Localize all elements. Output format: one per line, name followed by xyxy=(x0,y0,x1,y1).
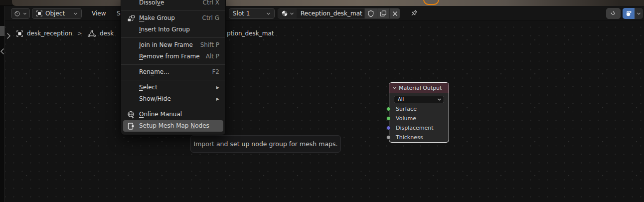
menu-separator xyxy=(121,10,225,11)
chevron-down-icon xyxy=(73,11,78,16)
collapse-chevron-icon[interactable] xyxy=(392,86,397,90)
breadcrumb-material-name: ption_desk_mat xyxy=(227,30,274,37)
tooltip: Import and set up node group for mesh ma… xyxy=(190,135,341,153)
menu-icon-slot xyxy=(127,41,139,49)
menu-item-shortcut: Alt P xyxy=(206,51,219,62)
menu-item-shortcut: Shift P xyxy=(200,39,219,51)
menu-item-show-hide[interactable]: Show/Hide ▶ xyxy=(121,93,225,105)
menu-item-label: Insert Into Group xyxy=(139,24,219,35)
material-slot-label: Slot 1 xyxy=(233,10,250,17)
node-context-menu: Dissolve Ctrl X Make Group Ctrl G Insert… xyxy=(121,0,226,135)
fake-user-toggle[interactable] xyxy=(364,8,377,18)
breadcrumb-object-name: desk_reception xyxy=(27,30,72,37)
duplicate-icon xyxy=(380,10,387,17)
material-slot-dropdown[interactable]: Slot 1 xyxy=(229,8,275,19)
socket-label: Surface xyxy=(396,106,417,112)
menu-item-remove-from-frame[interactable]: Remove from Frame Alt P xyxy=(121,51,225,62)
menu-icon-slot xyxy=(127,84,139,92)
material-icon xyxy=(281,9,289,17)
sidebar-expand-icon[interactable] xyxy=(6,32,11,40)
menu-item-label: Dissolve xyxy=(139,0,203,8)
menu-item-label: Make Group xyxy=(139,12,202,24)
socket-vector-icon[interactable] xyxy=(386,126,391,130)
magnet-icon xyxy=(610,9,617,18)
material-browse-dropdown[interactable] xyxy=(278,8,297,18)
socket-shader-icon[interactable] xyxy=(386,107,391,111)
material-output-node[interactable]: Material Output All Surface Volume Displ… xyxy=(389,82,449,143)
shader-editor-screen: Object View Se Slot 1 xyxy=(0,0,644,202)
editor-type-dropdown[interactable] xyxy=(11,8,30,19)
output-target-dropdown[interactable]: All xyxy=(394,96,444,103)
menu-item-label: Join in New Frame xyxy=(139,39,200,51)
menu-item-setup-mesh-map-nodes[interactable]: Setup Mesh Map Nodes xyxy=(123,120,223,132)
node-header[interactable]: Material Output xyxy=(389,83,449,93)
chevron-down-icon xyxy=(637,11,641,16)
material-datablock: Reception_desk_mat xyxy=(278,8,400,19)
socket-label: Volume xyxy=(396,115,416,122)
menu-item-label: Online Manual xyxy=(139,109,219,120)
node-input-surface: Surface xyxy=(389,104,449,114)
menu-item-insert-into-group[interactable]: Insert Into Group xyxy=(121,24,225,35)
output-target-value: All xyxy=(398,97,404,102)
snap-mode-active-segment[interactable] xyxy=(623,8,635,19)
breadcrumb: desk_reception > desk xyxy=(16,29,114,38)
chevron-down-icon xyxy=(23,11,27,16)
menu-icon-slot xyxy=(127,26,139,34)
menu-icon-slot xyxy=(127,95,139,103)
node-input-displacement: Displacement xyxy=(389,123,449,133)
chevron-down-icon xyxy=(290,11,294,16)
viewport-above-background xyxy=(12,0,644,6)
object-icon xyxy=(16,30,23,37)
chevron-down-icon xyxy=(266,11,271,16)
shader-type-label: Object xyxy=(45,10,65,17)
unlink-material-button[interactable] xyxy=(389,8,400,18)
menu-separator xyxy=(121,64,225,65)
panel-collapse-left-icon[interactable] xyxy=(0,48,4,55)
menu-item-rename[interactable]: Rename... F2 xyxy=(121,66,225,78)
node-editor-canvas[interactable] xyxy=(5,21,644,202)
snap-toggle-button[interactable] xyxy=(606,8,621,19)
object-icon xyxy=(36,10,43,17)
chevron-down-icon xyxy=(437,97,442,102)
socket-value-icon[interactable] xyxy=(386,135,391,140)
socket-label: Thickness xyxy=(396,134,423,141)
new-material-button[interactable] xyxy=(377,8,389,18)
mesh-data-icon xyxy=(87,29,96,37)
snap-mode-arrow-segment[interactable] xyxy=(635,8,643,19)
menu-item-select[interactable]: Select ▶ xyxy=(121,82,225,93)
globe-icon xyxy=(127,111,139,119)
menu-item-label: Rename... xyxy=(139,66,212,78)
menu-separator xyxy=(121,107,225,107)
breadcrumb-material-tail: ption_desk_mat xyxy=(227,29,274,38)
node-input-thickness: Thickness xyxy=(389,133,449,142)
menu-item-label: Show/Hide xyxy=(139,93,216,105)
pin-icon xyxy=(409,9,418,18)
breadcrumb-mesh-name: desk xyxy=(100,30,114,37)
socket-shader-icon[interactable] xyxy=(386,116,391,121)
menu-item-online-manual[interactable]: Online Manual xyxy=(121,109,225,120)
shader-editor-icon xyxy=(14,10,20,17)
left-editor-corner xyxy=(0,26,4,36)
menu-separator xyxy=(121,37,225,38)
menu-icon-slot xyxy=(127,53,139,61)
tooltip-text: Import and set up node group for mesh ma… xyxy=(194,140,338,148)
submenu-arrow-icon: ▶ xyxy=(216,93,219,105)
menu-item-join-in-new-frame[interactable]: Join in New Frame Shift P xyxy=(121,39,225,51)
viewport-above-edge xyxy=(0,0,644,6)
node-input-volume: Volume xyxy=(389,114,449,123)
material-name-field[interactable]: Reception_desk_mat xyxy=(297,8,364,18)
shader-editor-header: Object View Se Slot 1 xyxy=(5,6,644,20)
material-name-value: Reception_desk_mat xyxy=(301,10,362,17)
left-editor-edge xyxy=(0,6,5,202)
pin-toggle[interactable] xyxy=(409,8,419,18)
node-group-icon xyxy=(127,14,139,22)
menu-item-make-group[interactable]: Make Group Ctrl G xyxy=(121,12,225,24)
shader-type-dropdown[interactable]: Object xyxy=(32,8,82,19)
snap-mode-dropdown[interactable] xyxy=(623,8,643,19)
menu-item-dissolve[interactable]: Dissolve Ctrl X xyxy=(121,0,225,8)
menu-separator xyxy=(121,80,225,80)
menu-item-label: Remove from Frame xyxy=(139,51,206,62)
view-menu[interactable]: View xyxy=(89,8,109,19)
view-menu-label: View xyxy=(92,10,106,17)
node-title: Material Output xyxy=(399,85,442,91)
